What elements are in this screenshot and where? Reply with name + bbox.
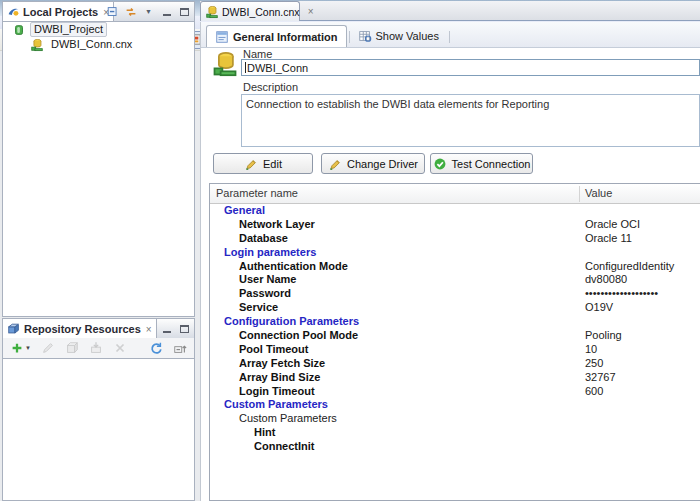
text-caret: [245, 62, 246, 73]
param-row-user-name[interactable]: User Namedv80080: [210, 273, 700, 287]
param-value: 250: [585, 357, 603, 371]
pencil-gray-icon: [41, 341, 55, 355]
connection-large-icon: [211, 50, 239, 78]
collapse-button[interactable]: [170, 339, 190, 357]
param-value: 10: [585, 343, 597, 357]
local-projects-title: Local Projects: [23, 6, 98, 18]
editor-body: General InformationShow Values Name DWBI…: [200, 22, 700, 501]
param-row-hint[interactable]: Hint: [210, 426, 700, 440]
parameters-table-header: Parameter name Value: [210, 184, 700, 204]
param-row-password[interactable]: Password•••••••••••••••••••: [210, 287, 700, 301]
description-label: Description: [243, 81, 298, 93]
change-driver-button[interactable]: Change Driver: [321, 153, 425, 174]
tab-general-information[interactable]: General Information: [206, 25, 347, 47]
tab-show-values[interactable]: Show Values: [350, 25, 447, 47]
link-with-editor-icon[interactable]: [123, 4, 138, 19]
repository-cube-icon: [7, 322, 21, 336]
param-row-array-bind-size[interactable]: Array Bind Size32767: [210, 371, 700, 385]
action-buttons-row: EditChange DriverTest Connection: [201, 153, 700, 174]
param-name: Array Bind Size: [210, 371, 320, 385]
description-textarea[interactable]: Connection to establish the DWBI data el…: [241, 94, 700, 147]
editor-tabstrip: DWBI_Conn.cnx ×: [200, 1, 700, 21]
editor-tab-title: DWBI_Conn.cnx: [222, 6, 300, 18]
test-connection-icon: [433, 157, 447, 171]
grid-search-icon: [358, 29, 372, 43]
column-value: Value: [585, 187, 612, 199]
param-row-connection-pool-mode[interactable]: Connection Pool ModePooling: [210, 329, 700, 343]
param-row-custom-parameters[interactable]: Custom Parameters: [210, 412, 700, 426]
tab-repository-resources[interactable]: Repository Resources ×: [3, 319, 157, 339]
param-row-connectinit[interactable]: ConnectInit: [210, 440, 700, 454]
edit-button[interactable]: Edit: [213, 153, 313, 174]
maximize-icon[interactable]: [177, 321, 192, 336]
refresh-blue-icon: [149, 341, 163, 355]
param-row-database[interactable]: DatabaseOracle 11: [210, 232, 700, 246]
editor-subtabs: General InformationShow Values: [201, 22, 700, 48]
param-row-general[interactable]: General: [210, 204, 700, 218]
button-label: Edit: [263, 158, 282, 170]
param-row-login-timeout[interactable]: Login Timeout600: [210, 385, 700, 399]
param-row-authentication-mode[interactable]: Authentication ModeConfiguredIdentity: [210, 260, 700, 274]
collapse-all-icon[interactable]: [105, 4, 120, 19]
param-value: 32767: [585, 371, 616, 385]
param-row-configuration-parameters[interactable]: Configuration Parameters: [210, 315, 700, 329]
param-value: dv80080: [585, 273, 627, 287]
connection-large-icon: [211, 50, 239, 78]
param-row-network-layer[interactable]: Network LayerOracle OCI: [210, 218, 700, 232]
repository-resources-tabstrip: Repository Resources ×: [2, 318, 195, 338]
description-value: Connection to establish the DWBI data el…: [246, 98, 549, 110]
name-input[interactable]: DWBI_Conn: [241, 59, 700, 76]
view-menu-chevron-icon[interactable]: ▼: [141, 4, 156, 19]
param-value: Pooling: [585, 329, 622, 343]
param-row-custom-parameters[interactable]: Custom Parameters: [210, 398, 700, 412]
collapse-up-icon: [173, 341, 187, 355]
param-name: Database: [210, 232, 288, 246]
param-value: 600: [585, 385, 603, 399]
param-value: •••••••••••••••••••: [585, 287, 658, 301]
editor-tab-dwbi-conn[interactable]: DWBI_Conn.cnx ×: [200, 1, 300, 21]
tree-item-label: DWBI_Conn.cnx: [48, 38, 135, 51]
param-value: ConfiguredIdentity: [585, 260, 674, 274]
connection-icon: [205, 5, 219, 19]
param-row-login-parameters[interactable]: Login parameters: [210, 246, 700, 260]
repository-cube-icon: [7, 322, 21, 336]
editor-area: DWBI_Conn.cnx × General InformationShow …: [200, 1, 700, 501]
param-row-pool-timeout[interactable]: Pool Timeout10: [210, 343, 700, 357]
param-name: Password: [210, 287, 291, 301]
minimize-icon[interactable]: [159, 4, 174, 19]
refresh-button[interactable]: [146, 339, 166, 357]
param-name: Network Layer: [210, 218, 315, 232]
form-tab-icon: [215, 30, 229, 44]
local-projects-icon: [7, 6, 20, 19]
import-resource-button: [86, 339, 106, 357]
param-row-array-fetch-size[interactable]: Array Fetch Size250: [210, 357, 700, 371]
button-label: Test Connection: [452, 158, 531, 170]
maximize-icon[interactable]: [177, 4, 192, 19]
param-name: Custom Parameters: [210, 412, 337, 426]
tab-local-projects[interactable]: Local Projects ×: [3, 2, 114, 22]
delete-resource-button: [110, 339, 130, 357]
param-name: Login Timeout: [210, 385, 315, 399]
tree-item-dwbi-project[interactable]: DWBI_Project: [3, 22, 194, 37]
dropdown-caret-icon[interactable]: ▼: [25, 345, 31, 351]
close-icon[interactable]: ×: [308, 6, 314, 17]
tree-item-dwbi-conn-cnx[interactable]: DWBI_Conn.cnx: [3, 37, 194, 52]
cube-gray-icon: [65, 341, 79, 355]
button-label: Change Driver: [347, 158, 418, 170]
column-divider: [579, 186, 580, 202]
delete-x-icon: [113, 341, 127, 355]
param-name: Configuration Parameters: [210, 315, 359, 329]
edit-pencil-icon: [328, 157, 342, 171]
test-connection-button[interactable]: Test Connection: [430, 153, 533, 174]
close-icon[interactable]: ×: [146, 324, 152, 335]
sync-tree-icon: [124, 5, 138, 19]
insert-session-button[interactable]: ▼: [7, 339, 34, 357]
connection-icon: [30, 38, 44, 52]
minimize-icon[interactable]: [159, 321, 174, 336]
repository-resources-toolbar: ▼: [2, 338, 195, 358]
parameters-table: Parameter name Value GeneralNetwork Laye…: [209, 183, 700, 501]
plus-green-icon: [10, 341, 24, 355]
param-row-service[interactable]: ServiceO19V: [210, 301, 700, 315]
import-gray-icon: [89, 341, 103, 355]
param-name: User Name: [210, 273, 296, 287]
